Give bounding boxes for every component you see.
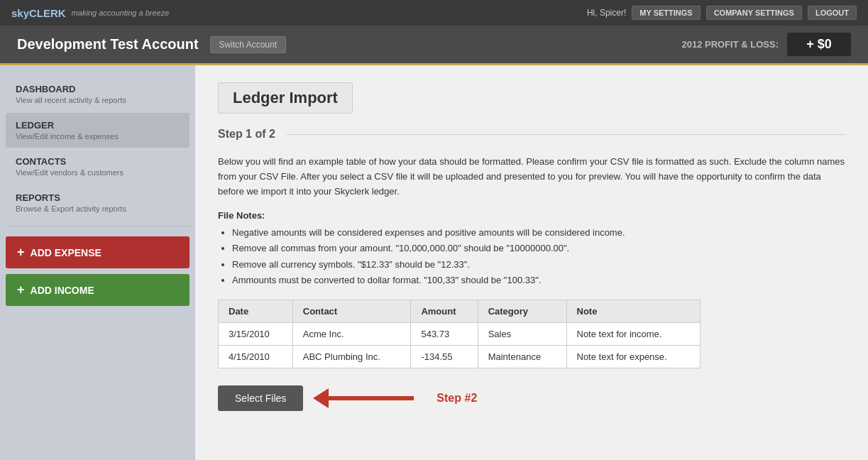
table-cell-date: 3/15/2010 xyxy=(219,322,293,345)
logo-tagline: making accounting a breeze xyxy=(72,9,170,17)
top-bar-right: Hi, Spicer! MY SETTINGS COMPANY SETTINGS… xyxy=(587,6,857,20)
account-left: Development Test Account Switch Account xyxy=(17,36,286,53)
instructions: Below you will find an example table of … xyxy=(218,155,845,199)
logout-button[interactable]: LOGOUT xyxy=(808,6,857,20)
table-header-contact: Contact xyxy=(292,300,411,322)
file-note-item: Ammounts must be converted to dollar for… xyxy=(232,273,845,288)
sidebar-item-reports-sub: Browse & Export activity reports xyxy=(16,204,180,213)
file-notes-title: File Notes: xyxy=(218,210,845,221)
table-header-date: Date xyxy=(219,300,293,322)
company-settings-button[interactable]: COMPANY SETTINGS xyxy=(706,6,802,20)
table-row: 3/15/2010 Acme Inc. 543.73 Sales Note te… xyxy=(219,322,701,345)
sidebar-item-ledger[interactable]: LEDGER View/Edit income & expenses xyxy=(6,113,189,148)
step-label: Step 1 of 2 xyxy=(218,128,275,141)
profit-loss-label: 2012 PROFIT & LOSS: xyxy=(681,39,779,50)
my-settings-button[interactable]: MY SETTINGS xyxy=(632,6,700,20)
step2-label: Step #2 xyxy=(436,392,477,405)
sidebar-item-dashboard[interactable]: DASHBOARD View all recent activity & rep… xyxy=(6,77,189,111)
sidebar-item-ledger-sub: View/Edit income & expenses xyxy=(16,132,180,141)
step2-area: Step #2 xyxy=(314,388,477,408)
add-income-button[interactable]: + ADD INCOME xyxy=(6,274,189,306)
profit-loss-value: + $0 xyxy=(787,33,851,56)
table-cell-category: Maintenance xyxy=(478,345,566,368)
file-note-item: Negative amounts will be considered expe… xyxy=(232,225,845,241)
account-right: 2012 PROFIT & LOSS: + $0 xyxy=(681,33,851,56)
table-cell-note: Note text for income. xyxy=(566,322,701,345)
table-row: 4/15/2010 ABC Plumbing Inc. -134.55 Main… xyxy=(219,345,701,368)
select-files-button[interactable]: Select Files xyxy=(218,385,303,411)
table-header-amount: Amount xyxy=(411,300,478,322)
table-cell-note: Note text for expense. xyxy=(566,345,701,368)
account-name: Development Test Account xyxy=(17,36,199,53)
table-cell-date: 4/15/2010 xyxy=(219,345,293,368)
add-income-label: ADD INCOME xyxy=(31,285,94,296)
switch-account-button[interactable]: Switch Account xyxy=(210,36,286,53)
step-divider xyxy=(287,134,845,135)
table-cell-amount: -134.55 xyxy=(411,345,478,368)
plus-icon-income: + xyxy=(17,283,25,297)
page-title: Ledger Import xyxy=(233,89,338,106)
table-cell-contact: ABC Plumbing Inc. xyxy=(292,345,411,368)
plus-icon-expense: + xyxy=(17,245,25,260)
hi-user: Hi, Spicer! xyxy=(587,8,626,18)
sidebar: DASHBOARD View all recent activity & rep… xyxy=(0,65,195,460)
table-header-note: Note xyxy=(566,300,701,322)
file-notes-list: Negative amounts will be considered expe… xyxy=(218,225,845,288)
sidebar-item-reports-title: REPORTS xyxy=(16,192,180,203)
sidebar-item-contacts[interactable]: CONTACTS View/Edit vendors & customers xyxy=(6,149,189,184)
top-bar: skyCLERK making accounting a breeze Hi, … xyxy=(0,0,868,26)
main-layout: DASHBOARD View all recent activity & rep… xyxy=(0,65,868,460)
table-header-category: Category xyxy=(478,300,566,322)
add-expense-label: ADD EXPENSE xyxy=(31,247,101,258)
logo: skyCLERK xyxy=(11,7,66,19)
sidebar-item-dashboard-sub: View all recent activity & reports xyxy=(16,96,180,104)
account-bar: Development Test Account Switch Account … xyxy=(0,26,868,65)
sidebar-item-dashboard-title: DASHBOARD xyxy=(16,84,180,94)
sidebar-item-ledger-title: LEDGER xyxy=(16,120,180,131)
step-header: Step 1 of 2 xyxy=(218,128,845,141)
main-content: Ledger Import Step 1 of 2 Below you will… xyxy=(195,65,868,460)
sidebar-item-contacts-sub: View/Edit vendors & customers xyxy=(16,168,180,177)
top-bar-left: skyCLERK making accounting a breeze xyxy=(11,7,169,19)
file-note-item: Remove all currency symbols. "$12.33" sh… xyxy=(232,257,845,273)
sidebar-item-reports[interactable]: REPORTS Browse & Export activity reports xyxy=(6,185,189,220)
example-table: Date Contact Amount Category Note 3/15/2… xyxy=(218,300,701,368)
sidebar-item-contacts-title: CONTACTS xyxy=(16,156,180,167)
table-cell-amount: 543.73 xyxy=(411,322,478,345)
bottom-section: Select Files Step #2 xyxy=(218,385,845,411)
table-cell-contact: Acme Inc. xyxy=(292,322,411,345)
file-notes: File Notes: Negative amounts will be con… xyxy=(218,210,845,288)
nav-divider xyxy=(6,226,189,226)
table-cell-category: Sales xyxy=(478,322,566,345)
file-note-item: Remove all commas from your amount. "10,… xyxy=(232,241,845,256)
add-expense-button[interactable]: + ADD EXPENSE xyxy=(6,236,189,268)
arrow-shaft xyxy=(329,396,414,400)
page-title-box: Ledger Import xyxy=(218,82,353,114)
arrow-head-icon xyxy=(313,388,329,408)
arrow-container xyxy=(314,388,414,408)
